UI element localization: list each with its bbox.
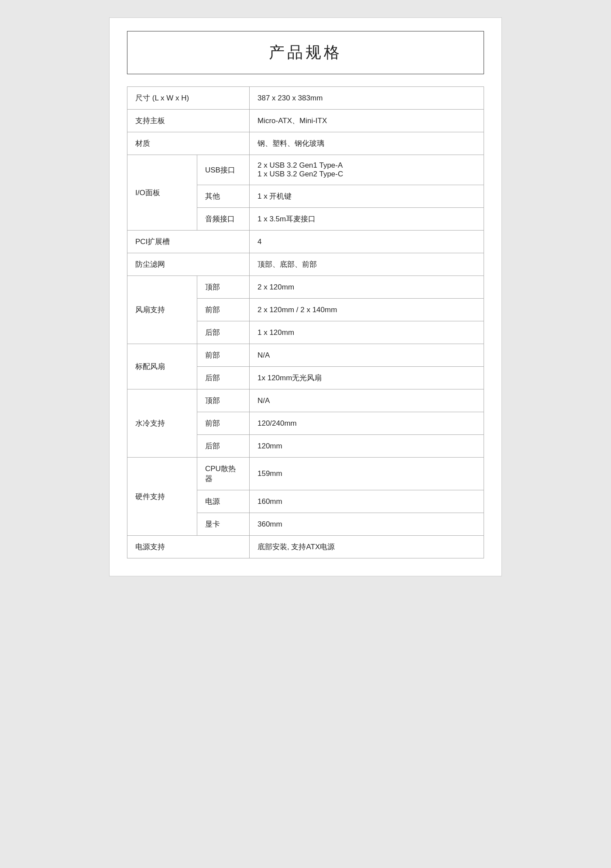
value-hw-gpu: 360mm xyxy=(250,513,484,536)
table-row-dimensions: 尺寸 (L x W x H) 387 x 230 x 383mm xyxy=(127,87,484,110)
value-defaultfan-rear: 1x 120mm无光风扇 xyxy=(250,367,484,389)
table-row-water-top: 水冷支持 顶部 N/A xyxy=(127,389,484,412)
table-row-fan-top: 风扇支持 顶部 2 x 120mm xyxy=(127,276,484,299)
value-water-top: N/A xyxy=(250,389,484,412)
value-motherboard: Micro-ATX、Mini-ITX xyxy=(250,110,484,132)
label-pci: PCI扩展槽 xyxy=(127,231,250,253)
value-pci: 4 xyxy=(250,231,484,253)
page-container: 产品规格 尺寸 (L x W x H) 387 x 230 x 383mm 支持… xyxy=(109,17,502,576)
label-motherboard: 支持主板 xyxy=(127,110,250,132)
value-power: 底部安装, 支持ATX电源 xyxy=(250,536,484,558)
label-hw-psu: 电源 xyxy=(197,490,250,513)
table-row-motherboard: 支持主板 Micro-ATX、Mini-ITX xyxy=(127,110,484,132)
label-io-group: I/O面板 xyxy=(127,155,197,231)
table-row-pci: PCI扩展槽 4 xyxy=(127,231,484,253)
value-water-front: 120/240mm xyxy=(250,412,484,435)
value-material: 钢、塑料、钢化玻璃 xyxy=(250,132,484,155)
label-dimensions: 尺寸 (L x W x H) xyxy=(127,87,250,110)
label-water-rear: 后部 xyxy=(197,435,250,458)
title-box: 产品规格 xyxy=(127,31,484,74)
value-io-audio: 1 x 3.5m耳麦接口 xyxy=(250,208,484,231)
label-dustfilter: 防尘滤网 xyxy=(127,253,250,276)
label-defaultfan-rear: 后部 xyxy=(197,367,250,389)
label-fan-top: 顶部 xyxy=(197,276,250,299)
label-fan-rear: 后部 xyxy=(197,321,250,344)
value-io-other: 1 x 开机键 xyxy=(250,185,484,208)
value-hw-psu: 160mm xyxy=(250,490,484,513)
label-water-top: 顶部 xyxy=(197,389,250,412)
value-dustfilter: 顶部、底部、前部 xyxy=(250,253,484,276)
value-dimensions: 387 x 230 x 383mm xyxy=(250,87,484,110)
label-io-usb: USB接口 xyxy=(197,155,250,185)
table-row-material: 材质 钢、塑料、钢化玻璃 xyxy=(127,132,484,155)
label-material: 材质 xyxy=(127,132,250,155)
label-hw-gpu: 显卡 xyxy=(197,513,250,536)
table-row-hw-cpu: 硬件支持 CPU散热器 159mm xyxy=(127,458,484,490)
label-defaultfan-group: 标配风扇 xyxy=(127,344,197,389)
label-water-front: 前部 xyxy=(197,412,250,435)
value-fan-front: 2 x 120mm / 2 x 140mm xyxy=(250,299,484,321)
value-fan-top: 2 x 120mm xyxy=(250,276,484,299)
label-power: 电源支持 xyxy=(127,536,250,558)
label-fan-front: 前部 xyxy=(197,299,250,321)
value-hw-cpu: 159mm xyxy=(250,458,484,490)
table-row-io-usb: I/O面板 USB接口 2 x USB 3.2 Gen1 Type-A 1 x … xyxy=(127,155,484,185)
value-fan-rear: 1 x 120mm xyxy=(250,321,484,344)
value-io-usb: 2 x USB 3.2 Gen1 Type-A 1 x USB 3.2 Gen2… xyxy=(250,155,484,185)
label-water-group: 水冷支持 xyxy=(127,389,197,458)
value-water-rear: 120mm xyxy=(250,435,484,458)
label-defaultfan-front: 前部 xyxy=(197,344,250,367)
page-title: 产品规格 xyxy=(269,43,342,61)
table-row-defaultfan-front: 标配风扇 前部 N/A xyxy=(127,344,484,367)
table-row-dustfilter: 防尘滤网 顶部、底部、前部 xyxy=(127,253,484,276)
label-hw-cpu: CPU散热器 xyxy=(197,458,250,490)
label-fan-group: 风扇支持 xyxy=(127,276,197,344)
table-row-power: 电源支持 底部安装, 支持ATX电源 xyxy=(127,536,484,558)
specs-table: 尺寸 (L x W x H) 387 x 230 x 383mm 支持主板 Mi… xyxy=(127,86,484,558)
label-io-audio: 音频接口 xyxy=(197,208,250,231)
label-io-other: 其他 xyxy=(197,185,250,208)
value-defaultfan-front: N/A xyxy=(250,344,484,367)
label-hw-group: 硬件支持 xyxy=(127,458,197,536)
